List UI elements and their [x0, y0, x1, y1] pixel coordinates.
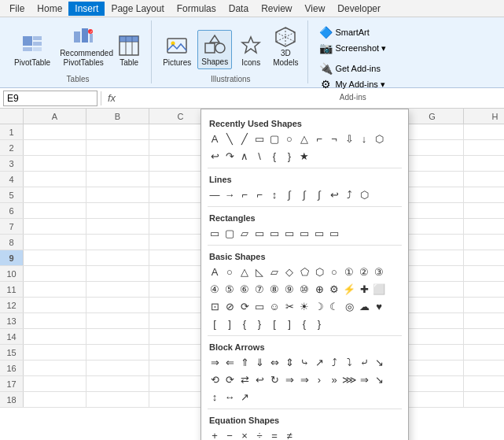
basic-ring[interactable]: ◎: [342, 299, 356, 313]
cell-B2[interactable]: [86, 140, 149, 155]
basic-num6[interactable]: ⑥: [237, 282, 252, 296]
shape-arrow-down2[interactable]: ↓: [357, 131, 371, 146]
shape-hexagon[interactable]: ⬡: [372, 131, 386, 146]
shape-brace-left[interactable]: {: [267, 149, 281, 163]
arrow-quad[interactable]: ⤷: [297, 355, 311, 369]
shape-line2[interactable]: ╱: [237, 131, 252, 146]
basic-parallelogram[interactable]: ▱: [267, 264, 281, 279]
cell-A1[interactable]: [24, 124, 86, 139]
eq-minus[interactable]: −: [223, 428, 237, 440]
line-straight[interactable]: —: [208, 187, 222, 202]
line-elbow[interactable]: ↕: [267, 187, 281, 202]
cell-B1[interactable]: [86, 124, 149, 139]
arrow-right[interactable]: ⇒: [208, 355, 222, 369]
screenshot-btn[interactable]: 📷 Screenshot ▾: [316, 41, 389, 55]
shape-circle[interactable]: ○: [282, 131, 296, 146]
arrow-updown[interactable]: ⇕: [282, 355, 296, 369]
arrow-striped[interactable]: ⇒: [297, 372, 311, 386]
basic-bracket-left[interactable]: [: [208, 316, 222, 331]
shape-right-angle[interactable]: ⌐: [312, 131, 326, 146]
arrow-bent-down[interactable]: ⤵: [342, 355, 356, 369]
basic-no[interactable]: ⊘: [223, 299, 237, 313]
arrow-chevron2[interactable]: »: [327, 372, 341, 386]
arrow-leftright[interactable]: ⇔: [267, 355, 281, 369]
basic-bracket2-right[interactable]: ]: [282, 316, 296, 331]
cell-G1[interactable]: [401, 124, 464, 139]
cell-A2[interactable]: [24, 140, 86, 155]
menu-home[interactable]: Home: [31, 2, 68, 16]
basic-num8[interactable]: ⑧: [267, 282, 281, 296]
arrow-curve-left[interactable]: ⟲: [208, 372, 222, 386]
arrow-back[interactable]: ↩: [252, 372, 267, 386]
rect-plain[interactable]: ▭: [208, 226, 222, 240]
rect-rounded[interactable]: ▢: [223, 226, 237, 240]
basic-num4[interactable]: ④: [208, 282, 222, 296]
basic-sun[interactable]: ☀: [297, 299, 311, 313]
arrow-curve-right[interactable]: ⟳: [223, 372, 237, 386]
arrow-down[interactable]: ⇓: [252, 355, 267, 369]
name-box[interactable]: [3, 91, 97, 106]
basic-num2[interactable]: ②: [357, 264, 371, 279]
rect-snip6[interactable]: ▭: [312, 226, 326, 240]
basic-num5[interactable]: ⑤: [223, 282, 237, 296]
shape-corner[interactable]: ¬: [327, 131, 341, 146]
line-scribble[interactable]: ⬡: [357, 187, 371, 202]
cell-H2[interactable]: [464, 140, 504, 155]
basic-cross[interactable]: ✚: [357, 282, 371, 296]
col-header-B[interactable]: B: [86, 109, 149, 124]
line-curved[interactable]: ∫: [282, 187, 296, 202]
arrow-chevron[interactable]: ›: [312, 372, 326, 386]
arrow-chevron3[interactable]: ⋙: [342, 372, 356, 386]
recommended-pivottables-btn[interactable]: ✓ Recommended PivotTables: [57, 22, 110, 69]
basic-brace-right[interactable]: }: [252, 316, 267, 331]
basic-gear[interactable]: ⚙: [327, 282, 341, 296]
basic-moon[interactable]: ☽: [312, 299, 326, 313]
basic-scissors[interactable]: ✂: [282, 299, 296, 313]
menu-formulas[interactable]: Formulas: [171, 2, 223, 16]
basic-num9[interactable]: ⑨: [282, 282, 296, 296]
arrow-updown-block[interactable]: ↕: [208, 390, 222, 404]
arrow-leftright-block[interactable]: ↔: [223, 390, 237, 404]
arrow-uturn[interactable]: ⤶: [357, 355, 371, 369]
menu-developer[interactable]: Developer: [331, 2, 387, 16]
cell-G2[interactable]: [401, 140, 464, 155]
rect-snip7[interactable]: ▭: [327, 226, 341, 240]
basic-cylinder[interactable]: ⊡: [208, 299, 222, 313]
line-arc2[interactable]: ⤴: [342, 187, 356, 202]
eq-plus[interactable]: +: [208, 428, 222, 440]
basic-num7[interactable]: ⑦: [252, 282, 267, 296]
shape-star[interactable]: ★: [297, 149, 311, 163]
my-addins-btn[interactable]: ⚙ My Add-ins ▾: [316, 77, 389, 91]
basic-smiley[interactable]: ☺: [267, 299, 281, 313]
table-btn[interactable]: Table: [113, 31, 145, 69]
basic-heptagon[interactable]: ○: [327, 264, 341, 279]
pivot-table-btn[interactable]: PivotTable: [11, 31, 53, 69]
rect-snip1[interactable]: ▱: [237, 226, 252, 240]
basic-pentagon[interactable]: ⬠: [297, 264, 311, 279]
basic-num10[interactable]: ⑩: [297, 282, 311, 296]
menu-view[interactable]: View: [299, 2, 332, 16]
basic-text[interactable]: A: [208, 264, 222, 279]
arrow-diagonal[interactable]: ↗: [312, 355, 326, 369]
basic-moon2[interactable]: ☾: [327, 299, 341, 313]
line-curved2[interactable]: ∫: [297, 187, 311, 202]
basic-frame[interactable]: ⬜: [372, 282, 386, 296]
shape-rounded-rect[interactable]: ▢: [267, 131, 281, 146]
basic-arc[interactable]: ⟳: [237, 299, 252, 313]
arrow-cycle[interactable]: ↻: [267, 372, 281, 386]
arrow-diagonal2[interactable]: ↘: [372, 355, 386, 369]
basic-brace-left[interactable]: {: [237, 316, 252, 331]
arrow-swap[interactable]: ⇄: [237, 372, 252, 386]
arrow-left[interactable]: ⇐: [223, 355, 237, 369]
3d-models-btn[interactable]: 3DModels: [270, 22, 301, 69]
basic-bracket2-left[interactable]: [: [267, 316, 281, 331]
menu-data[interactable]: Data: [223, 2, 255, 16]
pictures-btn[interactable]: Pictures: [160, 31, 194, 69]
col-header-A[interactable]: A: [24, 109, 86, 124]
col-header-G[interactable]: G: [401, 109, 464, 124]
cell-H1[interactable]: [464, 124, 504, 139]
line-double-end[interactable]: ⌐: [252, 187, 267, 202]
basic-cloud[interactable]: ☁: [357, 299, 371, 313]
line-double[interactable]: ∫: [312, 187, 326, 202]
basic-brace3-left[interactable]: {: [297, 316, 311, 331]
